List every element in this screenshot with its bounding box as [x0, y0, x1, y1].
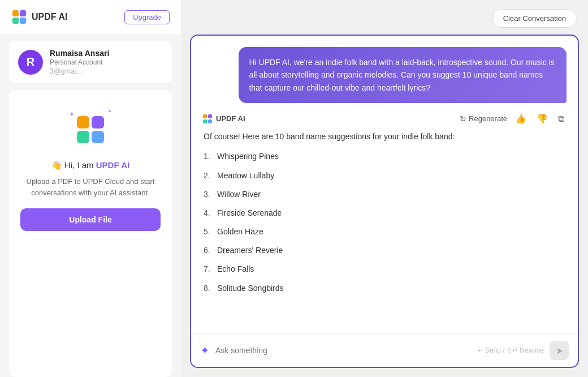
- updf-logo-icon: [11, 9, 27, 25]
- ai-description: Upload a PDF to UPDF Cloud and start con…: [20, 176, 161, 198]
- ai-intro-text: Of course! Here are 10 band name suggest…: [204, 130, 567, 144]
- svg-rect-3: [20, 18, 26, 24]
- brand-name: UPDF AI: [96, 160, 129, 170]
- ai-message-wrapper: UPDF AI ↻ Regenerate 👍 👎 ⧉ Of course! He…: [202, 112, 567, 298]
- regenerate-button[interactable]: ↻ Regenerate: [460, 114, 507, 123]
- input-hint: ↵ Send / ⇧↵ Newline: [478, 346, 544, 354]
- svg-rect-9: [208, 114, 212, 118]
- ai-name-label: UPDF AI: [216, 114, 245, 123]
- chat-input-area: ✦ ↵ Send / ⇧↵ Newline ➤: [191, 333, 578, 367]
- ai-actions: ↻ Regenerate 👍 👎 ⧉: [460, 112, 567, 125]
- user-account-type: Personal Account: [50, 58, 109, 66]
- ai-greeting: 👋 Hi, I am UPDF AI: [51, 160, 129, 170]
- user-message: Hi UPDF AI, we're an indie folk band wit…: [239, 47, 567, 103]
- band-list-item: 5.Golden Haze: [204, 222, 567, 241]
- svg-rect-1: [20, 10, 26, 16]
- band-list: 1.Whispering Pines2.Meadow Lullaby3.Will…: [204, 147, 567, 298]
- logo-area: UPDF AI: [11, 9, 67, 25]
- ai-mascot: ✦ ✦: [68, 107, 113, 152]
- svg-rect-11: [208, 119, 212, 123]
- thumbs-up-button[interactable]: 👍: [513, 112, 529, 125]
- svg-rect-2: [12, 18, 19, 24]
- updf-ai-small-icon: [202, 114, 213, 124]
- svg-rect-8: [203, 114, 207, 118]
- band-list-item: 8.Solitude Songbirds: [204, 279, 567, 298]
- upload-file-button[interactable]: Upload File: [20, 208, 161, 231]
- svg-rect-10: [203, 119, 207, 123]
- top-bar: Clear Conversation: [190, 9, 579, 28]
- user-card: R Rumaisa Ansari Personal Account 3@gmai…: [9, 41, 172, 83]
- logo-text: UPDF AI: [32, 12, 67, 22]
- upgrade-button[interactable]: Upgrade: [124, 10, 170, 24]
- band-list-item: 3.Willow River: [204, 185, 567, 204]
- sparkle-icon-tr: ✦: [107, 108, 112, 114]
- thumbs-down-button[interactable]: 👎: [534, 112, 550, 125]
- svg-rect-7: [92, 131, 104, 143]
- band-list-item: 7.Echo Falls: [204, 260, 567, 279]
- band-list-item: 1.Whispering Pines: [204, 147, 567, 166]
- band-list-item: 6.Dreamers' Reverie: [204, 241, 567, 260]
- chat-container: Hi UPDF AI, we're an indie folk band wit…: [190, 35, 579, 368]
- greeting-text: Hi, I am: [64, 160, 96, 170]
- ai-promo-panel: ✦ ✦ 👋 Hi, I am UPDF AI Upload a PDF to U…: [9, 90, 172, 377]
- sparkle-icon-tl: ✦: [69, 110, 75, 118]
- regenerate-label: Regenerate: [469, 114, 507, 123]
- main-content: Clear Conversation Hi UPDF AI, we're an …: [181, 0, 588, 377]
- spark-icon: ✦: [200, 344, 210, 357]
- chat-input[interactable]: [215, 346, 472, 355]
- band-list-item: 2.Meadow Lullaby: [204, 166, 567, 185]
- band-list-item: 4.Fireside Serenade: [204, 204, 567, 222]
- svg-rect-6: [77, 131, 89, 143]
- user-email: 3@gmai...: [50, 67, 109, 75]
- chat-messages: Hi UPDF AI, we're an indie folk band wit…: [191, 36, 578, 333]
- mascot-svg-icon: [76, 115, 105, 144]
- svg-rect-5: [92, 116, 104, 128]
- user-info: Rumaisa Ansari Personal Account 3@gmai..…: [50, 49, 109, 75]
- regenerate-icon: ↻: [460, 114, 466, 123]
- ai-message-header: UPDF AI ↻ Regenerate 👍 👎 ⧉: [202, 112, 567, 125]
- svg-rect-4: [77, 116, 89, 128]
- sidebar-header: UPDF AI Upgrade: [0, 0, 181, 34]
- ai-label: UPDF AI: [202, 114, 245, 124]
- avatar: R: [18, 50, 43, 75]
- send-button[interactable]: ➤: [550, 341, 569, 360]
- ai-message-body: Of course! Here are 10 band name suggest…: [202, 130, 567, 298]
- copy-button[interactable]: ⧉: [556, 113, 567, 125]
- svg-rect-0: [12, 10, 19, 16]
- send-icon: ➤: [556, 345, 563, 356]
- user-name: Rumaisa Ansari: [50, 49, 109, 58]
- clear-conversation-button[interactable]: Clear Conversation: [492, 9, 577, 28]
- sidebar: UPDF AI Upgrade R Rumaisa Ansari Persona…: [0, 0, 181, 377]
- greeting-emoji: 👋: [51, 160, 62, 170]
